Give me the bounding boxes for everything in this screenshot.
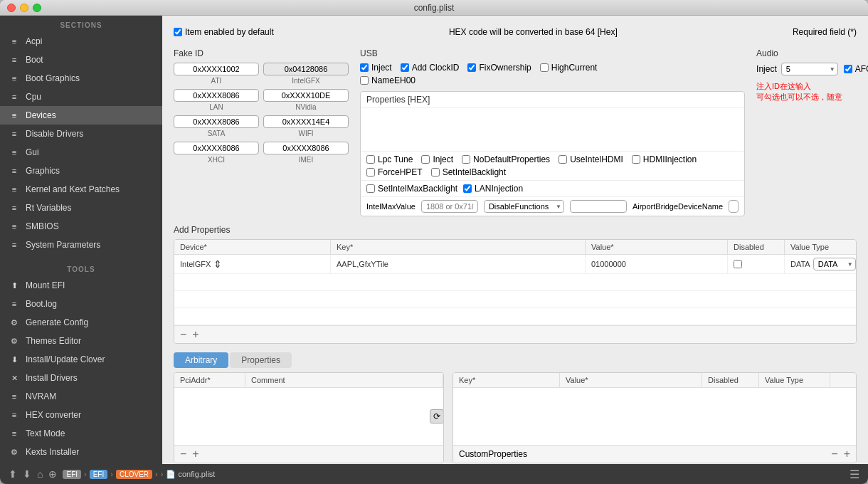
right-footer: CustomProperties − + xyxy=(453,445,856,463)
value-type-select[interactable]: DATA STRING NUMBER xyxy=(813,258,856,270)
sidebar-item-install-update-clover[interactable]: ⬇ Install/Update Clover xyxy=(0,350,162,369)
maximize-button[interactable] xyxy=(33,4,41,12)
sidebar-item-rt-variables[interactable]: ≡ Rt Variables xyxy=(0,199,162,217)
breadcrumb-efi-1[interactable]: EFI xyxy=(63,470,81,479)
status-icon-share[interactable]: ⊕ xyxy=(48,468,57,480)
item-enabled-checkbox[interactable] xyxy=(174,28,182,36)
sidebar-item-smbios[interactable]: ≡ SMBIOS xyxy=(0,217,162,236)
pci-scroll-button[interactable]: ⟳ xyxy=(430,409,444,424)
sidebar-item-text-mode[interactable]: ≡ Text Mode xyxy=(0,424,162,443)
properties-hex-container: Properties [HEX] Lpc Tune Inject NoDefau… xyxy=(360,91,745,216)
stepper-icon[interactable]: ⇕ xyxy=(213,258,222,270)
use-intel-hdmi-checkbox[interactable] xyxy=(559,155,567,164)
sidebar-item-acpi[interactable]: ≡ Acpi xyxy=(0,32,162,51)
ati-input[interactable] xyxy=(174,63,259,75)
intelgfx-input[interactable] xyxy=(263,63,349,75)
intel-max-select-wrapper: DisableFunctions xyxy=(484,200,564,213)
set-intel-max-checkbox[interactable] xyxy=(366,184,375,193)
airport-input[interactable] xyxy=(729,200,739,213)
pci-remove-button[interactable]: − xyxy=(180,448,186,460)
right-add-button[interactable]: + xyxy=(844,448,850,460)
lan-injection-label[interactable]: LANInjection xyxy=(463,184,523,194)
status-icon-1[interactable]: ⬆ xyxy=(9,468,17,480)
sidebar-item-cpu[interactable]: ≡ Cpu xyxy=(0,88,162,106)
hamburger-menu[interactable]: ☰ xyxy=(850,468,859,481)
set-intel-max-label[interactable]: SetIntelMaxBacklight xyxy=(366,184,457,194)
sidebar-item-system-parameters[interactable]: ≡ System Parameters xyxy=(0,236,162,254)
tab-properties[interactable]: Properties xyxy=(230,352,292,368)
usb-clockid-label[interactable]: Add ClockID xyxy=(401,63,460,73)
breadcrumb-clover[interactable]: CLOVER › xyxy=(116,470,158,479)
no-default-props-checkbox[interactable] xyxy=(462,155,470,164)
sidebar-item-install-drivers[interactable]: ✕ Install Drivers xyxy=(0,369,162,387)
intel-max-input[interactable] xyxy=(421,200,478,213)
usb-inject-label[interactable]: Inject xyxy=(360,63,392,73)
imei-input[interactable] xyxy=(263,142,349,154)
sidebar-item-label: SMBIOS xyxy=(26,221,59,231)
inject-label[interactable]: Inject xyxy=(421,154,453,164)
row-disabled-checkbox[interactable] xyxy=(734,260,742,268)
sidebar-item-gui[interactable]: ≡ Gui xyxy=(0,143,162,162)
sidebar-item-hex-converter[interactable]: ≡ HEX converter xyxy=(0,406,162,424)
sidebar-item-devices[interactable]: ≡ Devices xyxy=(0,106,162,125)
intel-max-select[interactable]: DisableFunctions xyxy=(484,200,564,213)
bottom-section: Arbitrary Properties PciAddr* Comment ⟳ … xyxy=(174,352,857,463)
sidebar-item-nvram[interactable]: ≡ NVRAM xyxy=(0,387,162,406)
audio-inject-select-wrapper: 5 1 2 3 No xyxy=(781,63,838,75)
right-remove-button[interactable]: − xyxy=(831,448,837,460)
tab-arbitrary[interactable]: Arbitrary xyxy=(174,352,228,368)
usb-fixownership-checkbox[interactable] xyxy=(467,63,476,72)
audio-inject-select[interactable]: 5 1 2 3 No xyxy=(781,63,838,75)
afg-low-power-label[interactable]: AFGLowPowerState xyxy=(844,64,868,74)
breadcrumb-efi-2[interactable]: EFI xyxy=(90,470,108,479)
disable-functions-input[interactable] xyxy=(570,200,627,213)
no-default-props-label[interactable]: NoDefaultProperties xyxy=(462,154,550,164)
sidebar-item-boot-log[interactable]: ≡ Boot.log xyxy=(0,295,162,313)
sidebar-item-disable-drivers[interactable]: ≡ Disable Drivers xyxy=(0,125,162,143)
sata-input[interactable] xyxy=(174,115,259,128)
usb-nameeh00-checkbox[interactable] xyxy=(360,76,369,85)
add-row-button[interactable]: + xyxy=(192,329,199,340)
sidebar-item-themes-editor[interactable]: ⚙ Themes Editor xyxy=(0,332,162,350)
usb-highcurrent-checkbox[interactable] xyxy=(540,63,549,72)
afg-low-power-checkbox[interactable] xyxy=(844,65,852,73)
sidebar-item-boot-graphics[interactable]: ≡ Boot Graphics xyxy=(0,69,162,88)
sidebar-item-boot[interactable]: ≡ Boot xyxy=(0,51,162,69)
inject-checkbox[interactable] xyxy=(421,155,430,164)
sidebar-item-kexts-installer[interactable]: ⚙ Kexts Installer xyxy=(0,443,162,461)
xhci-input[interactable] xyxy=(174,142,259,154)
usb-fixownership-label[interactable]: FixOwnership xyxy=(467,63,531,73)
tools-label: TOOLS xyxy=(0,260,162,276)
hdmi-injection-checkbox[interactable] xyxy=(632,155,640,164)
lpc-tune-checkbox[interactable] xyxy=(366,155,375,164)
use-intel-hdmi-label[interactable]: UseIntelHDMI xyxy=(559,154,623,164)
status-icon-home[interactable]: ⌂ xyxy=(37,468,43,480)
list-icon: ≡ xyxy=(9,391,20,402)
close-button[interactable] xyxy=(7,4,16,12)
usb-highcurrent-label[interactable]: HighCurrent xyxy=(540,63,598,73)
breadcrumb-file: 📄 config.plist xyxy=(166,470,215,479)
sidebar-item-mount-efi[interactable]: ⬆ Mount EFI xyxy=(0,276,162,295)
lan-injection-checkbox[interactable] xyxy=(463,184,472,193)
lpc-tune-label[interactable]: Lpc Tune xyxy=(366,154,413,164)
lan-input[interactable] xyxy=(174,89,259,102)
wifi-input[interactable] xyxy=(263,115,349,128)
status-icon-2[interactable]: ⬇ xyxy=(23,468,31,480)
usb-clockid-checkbox[interactable] xyxy=(401,63,409,72)
set-intel-backlight-checkbox[interactable] xyxy=(431,168,440,177)
audio-inject-label[interactable]: Inject xyxy=(756,64,777,74)
table-row[interactable]: IntelGFX ⇕ AAPL,GfxYTile 01000000 DATA xyxy=(174,255,856,274)
sidebar-item-generate-config[interactable]: ⚙ Generate Config xyxy=(0,313,162,332)
sidebar-item-kernel-kext[interactable]: ≡ Kernel and Kext Patches xyxy=(0,180,162,199)
sidebar-item-graphics[interactable]: ≡ Graphics xyxy=(0,162,162,180)
force-hpet-label[interactable]: ForceHPET xyxy=(366,167,423,177)
usb-nameeh00-label[interactable]: NameEH00 xyxy=(360,75,745,85)
force-hpet-checkbox[interactable] xyxy=(366,168,375,177)
remove-row-button[interactable]: − xyxy=(180,329,186,340)
pci-add-button[interactable]: + xyxy=(192,448,199,460)
set-intel-backlight-label[interactable]: SetIntelBacklight xyxy=(431,167,506,177)
nvidia-input[interactable] xyxy=(263,89,349,102)
minimize-button[interactable] xyxy=(20,4,28,12)
hdmi-injection-label[interactable]: HDMIInjection xyxy=(632,154,697,164)
usb-inject-checkbox[interactable] xyxy=(360,63,369,72)
